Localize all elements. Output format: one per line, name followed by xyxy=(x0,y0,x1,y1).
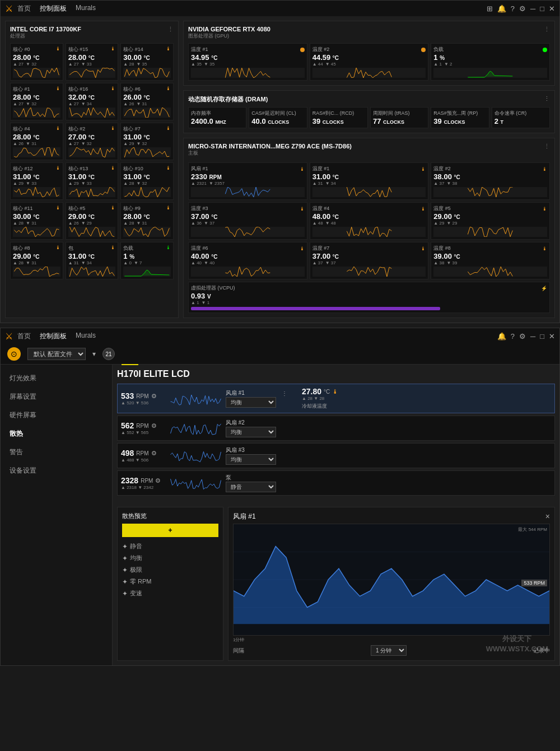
fan-gear-icon[interactable]: ⚙ xyxy=(151,450,157,457)
minimize-btn[interactable]: ─ xyxy=(530,4,535,13)
fan-label-group: 风扇 #1 ⋮ 均衡 静音 极限 xyxy=(226,389,287,408)
fan-mode-select[interactable]: 均衡 静音 极限 xyxy=(226,397,276,408)
gpu-panel: NVIDIA GEFORCE RTX 4080 图形处理器 (GPU) ⋮ 温度… xyxy=(183,21,555,86)
fan-row-2: 498 RPM ⚙ ▲ 488 ▼ 506 风扇 #3 均衡 静音 极限 xyxy=(117,443,555,468)
preset-item-变速[interactable]: ✦变速 xyxy=(122,587,218,599)
core-sparkline xyxy=(68,68,116,78)
mb-sensor-label: 温度 #7 🌡 xyxy=(312,245,426,252)
maximize-btn[interactable]: □ xyxy=(540,4,544,13)
sidebar-item-设备设置[interactable]: 设备设置 xyxy=(1,461,112,480)
preset-icon: ✦ xyxy=(122,543,128,551)
gpu-menu-icon[interactable]: ⋮ xyxy=(544,26,550,43)
grid-icon[interactable]: ⊞ xyxy=(487,4,493,13)
nav-home[interactable]: 首页 xyxy=(17,4,31,13)
preset-item-静音[interactable]: ✦静音 xyxy=(122,540,218,552)
maximize-btn-2[interactable]: □ xyxy=(540,332,544,340)
gpu-metric-label: 负载 xyxy=(433,46,547,53)
sidebar-item-散热[interactable]: 散热 xyxy=(1,425,112,443)
fan-mode-select-wrap[interactable]: 均衡 静音 极限 xyxy=(226,427,287,437)
mb-sensor-sparkline xyxy=(312,187,426,197)
fan-mode-select[interactable]: 均衡 静音 极限 xyxy=(226,454,276,465)
core-temp: 28.00 °C xyxy=(68,53,116,62)
core-sparkline xyxy=(123,227,171,237)
core-item: 核心 #9 🌡 28.00 °C ▲ 28▼ 31 xyxy=(120,202,174,240)
nav-control-2[interactable]: 控制面板 xyxy=(40,332,67,341)
fan-panel-content: H170I ELITE LCD 533 RPM ⚙ ▲ 520 ▼ 536 风扇… xyxy=(113,365,559,502)
fan-mode-select-wrap[interactable]: 均衡 静音 极限 xyxy=(226,397,287,408)
minimize-btn-2[interactable]: ─ xyxy=(530,332,535,340)
nav-bar-2: 首页 控制面板 Murals xyxy=(17,332,96,341)
ram-cell-label: RAS#预充...周 (RP) xyxy=(433,110,486,117)
help-icon[interactable]: ? xyxy=(511,4,515,13)
nav-control[interactable]: 控制面板 xyxy=(40,4,67,13)
core-temp: 31.00 °C xyxy=(123,172,171,181)
gpu-title: NVIDIA GEFORCE RTX 4080 xyxy=(188,26,270,32)
fan-label-group: 泵 静音 静音 极限 xyxy=(226,474,287,492)
mb-sensor-label: 温度 #2 🌡 xyxy=(433,165,547,172)
core-temp: 31.00 °C xyxy=(68,172,116,181)
fan-row-1: 562 RPM ⚙ ▲ 552 ▼ 565 风扇 #2 均衡 静音 极限 xyxy=(117,416,555,441)
gpu-subtitle: 图形处理器 (GPU) xyxy=(188,32,270,40)
config-select[interactable]: 默认 配置文件 xyxy=(27,348,86,360)
sidebar-item-灯光效果[interactable]: 灯光效果 xyxy=(1,369,112,388)
sidebar-item-硬件屏幕[interactable]: 硬件屏幕 xyxy=(1,406,112,425)
fan-chart-close[interactable]: × xyxy=(545,512,550,521)
settings-icon-2[interactable]: ⚙ xyxy=(519,332,526,340)
close-btn-2[interactable]: ✕ xyxy=(549,332,555,340)
ram-cell-value: 39 CLOCKS xyxy=(433,117,486,125)
preset-icon: ✦ xyxy=(122,578,128,586)
mb-menu-icon[interactable]: ⋮ xyxy=(544,143,550,160)
mb-sensor-cell: 温度 #5 🌡 29.00 °C ▲ 29▼ 29 xyxy=(431,202,550,240)
core-temp: 31.00 °C xyxy=(13,172,60,181)
close-btn-1[interactable]: ✕ xyxy=(549,4,555,13)
vcpu-cell: 虚拟处理器 (VCPU) ⚡ 0.93 V ▲ 1▼ 1 xyxy=(188,282,550,313)
preset-item-均衡[interactable]: ✦均衡 xyxy=(122,552,218,564)
mb-sensor-sparkline xyxy=(191,267,305,277)
fan-mode-select-wrap[interactable]: 均衡 静音 极限 xyxy=(226,454,287,465)
preset-item-零 RPM[interactable]: ✦零 RPM xyxy=(122,576,218,587)
bell-icon[interactable]: 🔔 xyxy=(497,4,506,13)
core-label: 核心 #9 🌡 xyxy=(123,205,171,212)
sidebar: 灯光效果屏幕设置硬件屏幕散热警告设备设置 xyxy=(1,365,113,665)
cpu-menu-icon[interactable]: ⋮ xyxy=(167,26,174,33)
cpu-subtitle: 处理器 xyxy=(10,32,81,40)
fan-rows-container: 533 RPM ⚙ ▲ 520 ▼ 536 风扇 #1 ⋮ 均衡 静音 极限 xyxy=(117,384,555,496)
fan-mode-select[interactable]: 静音 静音 极限 xyxy=(226,482,276,492)
nav-home-2[interactable]: 首页 xyxy=(17,332,31,341)
mb-title: MICRO-STAR INTERNATION...MEG Z790 ACE (M… xyxy=(188,143,352,150)
mb-sensor-sparkline xyxy=(312,267,426,277)
gpu-metric-range: ▲ 44▼ 45 xyxy=(312,62,426,67)
help-icon-2[interactable]: ? xyxy=(511,332,515,340)
fan-mode-select-wrap[interactable]: 静音 静音 极限 xyxy=(226,482,287,492)
fan-mode-select[interactable]: 均衡 静音 极限 xyxy=(226,427,276,437)
preset-item-极限[interactable]: ✦极限 xyxy=(122,564,218,576)
interval-select[interactable]: 1 分钟5 分钟15 分钟 xyxy=(371,645,407,656)
bell-icon-2[interactable]: 🔔 xyxy=(497,332,506,340)
nav-murals[interactable]: Murals xyxy=(76,4,96,13)
fan-rpm-value: 533 xyxy=(121,391,134,400)
fan-sparkline xyxy=(169,421,222,436)
fan-gear-icon[interactable]: ⚙ xyxy=(151,422,157,430)
nav-murals-2[interactable]: Murals xyxy=(76,332,96,341)
sidebar-item-屏幕设置[interactable]: 屏幕设置 xyxy=(1,388,112,406)
core-temp: 30.00 °C xyxy=(123,53,171,62)
core-temp: 1 % xyxy=(123,252,171,260)
sidebar-item-警告[interactable]: 警告 xyxy=(1,443,112,461)
fan-sparkline xyxy=(169,448,222,464)
core-sparkline xyxy=(13,147,60,157)
core-item: 核心 #8 🌡 29.00 °C ▲ 28▼ 31 xyxy=(10,242,63,279)
mb-sensor-label: 风扇 #1 🌡 xyxy=(191,165,305,172)
fan-gear-icon[interactable]: ⚙ xyxy=(151,393,157,400)
settings-icon[interactable]: ⚙ xyxy=(519,4,526,13)
core-range: ▲ 29▼ 32 xyxy=(123,141,171,146)
fan-more-icon[interactable]: ⋮ xyxy=(282,390,287,397)
ram-cell: 命令速率 (CR) 2 T xyxy=(492,107,550,128)
config-dropdown-arrow[interactable]: ▾ xyxy=(92,350,96,358)
fan-gear-icon[interactable]: ⚙ xyxy=(155,477,161,484)
ram-menu-icon[interactable]: ⋮ xyxy=(544,95,550,104)
add-preset-btn[interactable]: + xyxy=(122,524,218,537)
core-temp: 28.00 °C xyxy=(13,133,60,141)
core-range: ▲ 29▼ 33 xyxy=(68,181,116,186)
fan-chart-area: 最大 544 RPM 533 RPM xyxy=(233,524,550,636)
ram-cell: 内存频率 2400.0 MHZ xyxy=(188,107,246,128)
